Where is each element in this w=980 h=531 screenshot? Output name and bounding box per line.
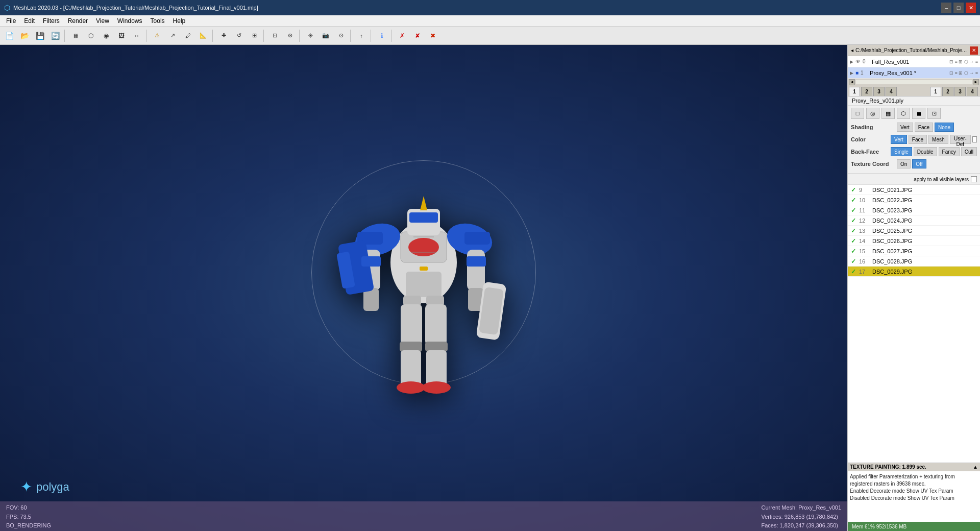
toolbar-del-vert[interactable]: ✗ — [395, 29, 409, 43]
apply-checkbox[interactable] — [971, 176, 977, 182]
image-row-2[interactable]: ✓ 11 DSC_0023.JPG — [848, 205, 980, 215]
toolbar-show-normals[interactable]: ↑ — [354, 29, 369, 43]
vertices-text: Vertices: 926,853 (19,780,842) — [761, 513, 841, 522]
fps-text: FPS: 73.5 — [6, 513, 51, 522]
shading-options: Vert Face None — [897, 123, 954, 132]
image-row-7[interactable]: ✓ 16 DSC_0028.JPG — [848, 256, 980, 267]
image-row-0[interactable]: ✓ 9 DSC_0021.JPG — [848, 185, 980, 195]
toolbar-backface[interactable]: ↔ — [130, 29, 144, 43]
menu-windows[interactable]: Windows — [113, 16, 146, 26]
tab-3[interactable]: 3 — [873, 87, 885, 96]
shading-face[interactable]: Face — [915, 123, 933, 132]
toolbar-render-flat[interactable]: ▦ — [68, 29, 83, 43]
img-num-6: 15 — [859, 248, 869, 254]
menu-tools[interactable]: Tools — [146, 16, 169, 26]
memory-bar: Mem 61% 952/1536 MB — [848, 522, 980, 531]
backface-fancy[interactable]: Fancy — [939, 147, 960, 156]
toolbar-align[interactable]: ⊡ — [267, 29, 282, 43]
toolbar-rotate[interactable]: ↺ — [232, 29, 246, 43]
toolbar-select-vert[interactable]: ⚠ — [150, 29, 164, 43]
toolbar-measure[interactable]: 📐 — [196, 29, 210, 43]
apply-row: apply to all visible layers — [848, 174, 980, 185]
log-area: Applied filter Parameterization + textur… — [848, 471, 980, 522]
toolbar-del-sel[interactable]: ✖ — [426, 29, 440, 43]
backface-cull[interactable]: Cull — [961, 147, 977, 156]
img-num-5: 14 — [859, 238, 869, 244]
image-row-3[interactable]: ✓ 12 DSC_0024.JPG — [848, 215, 980, 226]
backface-row: Back-Face Single Double Fancy Cull — [851, 147, 977, 157]
menu-file[interactable]: File — [2, 16, 20, 26]
menu-filters[interactable]: Filters — [39, 16, 64, 26]
color-checkbox[interactable] — [972, 136, 977, 142]
image-row-5[interactable]: ✓ 14 DSC_0026.JPG — [848, 236, 980, 246]
toolbar-render-smooth[interactable]: ◉ — [99, 29, 113, 43]
image-row-4[interactable]: ✓ 13 DSC_0025.JPG — [848, 226, 980, 236]
image-list[interactable]: ✓ 9 DSC_0021.JPG ✓ 10 DSC_0022.JPG ✓ 11 … — [848, 185, 980, 463]
tab-4[interactable]: 4 — [886, 87, 897, 96]
toolbar-snap[interactable]: ⊗ — [283, 29, 297, 43]
render-btn-tex[interactable]: ⊡ — [927, 108, 941, 119]
color-face[interactable]: Face — [909, 135, 927, 144]
render-btn-box[interactable]: □ — [851, 108, 864, 119]
render-btn-solid[interactable]: ◼ — [912, 108, 925, 119]
toolbar-scale[interactable]: ⊞ — [247, 29, 261, 43]
texture-on[interactable]: On — [897, 159, 911, 168]
toolbar-del-face[interactable]: ✘ — [410, 29, 425, 43]
title-text: MeshLab 2020.03 - [C:/Meshlab_Projection… — [13, 5, 941, 11]
image-row-1[interactable]: ✓ 10 DSC_0022.JPG — [848, 195, 980, 205]
image-row-8[interactable]: ✓ 17 DSC_0029.JPG — [848, 267, 980, 277]
toolbar-render-tex[interactable]: 🖼 — [114, 29, 129, 43]
render-btn-smooth[interactable]: ◎ — [866, 108, 879, 119]
close-button[interactable]: ✕ — [966, 3, 976, 13]
polyga-text: polyga — [36, 480, 69, 494]
menu-render[interactable]: Render — [64, 16, 92, 26]
panel-arrow[interactable]: ◄ — [850, 48, 854, 53]
toolbar-pick[interactable]: 🖊 — [181, 29, 195, 43]
tab-r4[interactable]: 4 — [967, 87, 978, 96]
render-btn-wire[interactable]: ⬡ — [897, 108, 910, 119]
image-row-6[interactable]: ✓ 15 DSC_0027.JPG — [848, 246, 980, 256]
toolbar-open[interactable]: 📂 — [17, 29, 32, 43]
toolbar-select-face[interactable]: ↗ — [165, 29, 180, 43]
toolbar-reload[interactable]: 🔄 — [48, 29, 62, 43]
scroll-track[interactable] — [856, 80, 972, 84]
tab-1[interactable]: 1 — [849, 87, 860, 96]
texture-off[interactable]: Off — [912, 159, 926, 168]
panel-close-button[interactable]: ✕ — [970, 46, 978, 55]
toolbar-save[interactable]: 💾 — [33, 29, 47, 43]
toolbar-light[interactable]: ☀ — [303, 29, 317, 43]
menu-edit[interactable]: Edit — [20, 16, 39, 26]
toolbar-screenshot[interactable]: 📷 — [318, 29, 333, 43]
img-num-0: 9 — [859, 187, 869, 193]
color-mesh[interactable]: Mesh — [928, 135, 948, 144]
toolbar-trackball[interactable]: ⊙ — [334, 29, 348, 43]
tab-2[interactable]: 2 — [861, 87, 872, 96]
tab-r2[interactable]: 2 — [942, 87, 953, 96]
tab-r3[interactable]: 3 — [954, 87, 966, 96]
backface-single[interactable]: Single — [891, 147, 912, 156]
viewport[interactable]: ✦ polyga FOV: 60 FPS: 73.5 BO_RENDERING … — [0, 45, 847, 531]
scroll-left-button[interactable]: ◄ — [849, 79, 855, 85]
menu-view[interactable]: View — [92, 16, 113, 26]
menu-help[interactable]: Help — [169, 16, 190, 26]
render-btn-flat[interactable]: ▦ — [881, 108, 895, 119]
img-num-3: 12 — [859, 218, 869, 224]
log-expand-icon[interactable]: ▲ — [973, 464, 978, 470]
memory-text: Mem 61% 952/1536 MB — [852, 524, 906, 529]
scroll-right-button[interactable]: ► — [973, 79, 979, 85]
svg-rect-12 — [409, 212, 438, 223]
color-vert[interactable]: Vert — [891, 135, 907, 144]
maximize-button[interactable]: □ — [953, 3, 964, 13]
color-userdef[interactable]: User-Def — [950, 135, 971, 144]
backface-double[interactable]: Double — [914, 147, 937, 156]
layer-row-1[interactable]: ▶ ■ 1 Proxy_Res_v001 * ⊡ ≡ ⊞ ⬡ → ≡ — [848, 67, 980, 79]
shading-vert[interactable]: Vert — [897, 123, 913, 132]
tab-r1[interactable]: 1 — [930, 87, 941, 96]
minimize-button[interactable]: – — [941, 3, 951, 13]
toolbar-info[interactable]: ℹ — [375, 29, 389, 43]
toolbar-new[interactable]: 📄 — [2, 29, 16, 43]
shading-none[interactable]: None — [935, 123, 954, 132]
toolbar-render-wire[interactable]: ⬡ — [84, 29, 98, 43]
toolbar-translate[interactable]: ✚ — [216, 29, 231, 43]
layer-row-0[interactable]: ▶ 👁 0 Full_Res_v001 ⊡ ≡ ⊞ ⬡ → ≡ — [848, 56, 980, 67]
